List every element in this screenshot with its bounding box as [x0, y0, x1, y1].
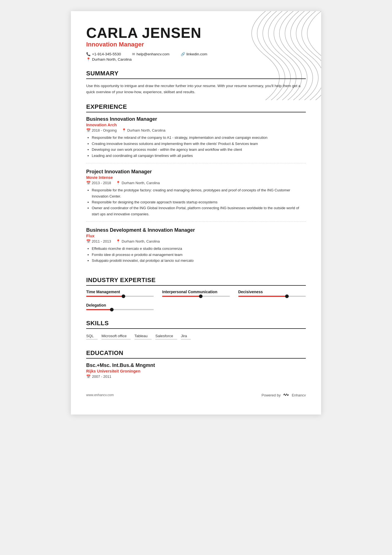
education-section: EDUCATION Bsc.+Msc. Int.Bus.& Mngmnt Rij…	[86, 349, 306, 379]
summary-section: SUMMARY Use this opportunity to intrigue…	[86, 70, 306, 95]
bullet-3-2: Sviluppato prodotti innovativi, dal prot…	[92, 258, 306, 263]
location-contact: 📍 Durham North, Carolina	[86, 57, 132, 61]
summary-text: Use this opportunity to intrigue and dra…	[86, 83, 306, 95]
exp-bullets-3: Effettuato ricerche di mercato e studio …	[86, 246, 306, 263]
exp-dates-2: 📅 2013 - 2018	[86, 181, 111, 185]
exp-bullets-1: Responsible for the rebrand of the compa…	[86, 135, 306, 159]
skill-bar-2	[238, 296, 306, 297]
linkedin-contact: 🔗 linkedin.com	[181, 52, 207, 56]
footer: www.enhancv.com Powered by Enhancv	[86, 393, 306, 398]
candidate-name: CARLA JENSEN	[86, 25, 306, 41]
exp-meta-3: 📅 2011 - 2013 📍 Durham North, Carolina	[86, 239, 306, 243]
skill-tag-2: Tableau	[135, 333, 152, 339]
footer-brand: Powered by Enhancv	[262, 393, 306, 398]
bullet-1-3: Leading and coordinating all campaign ti…	[92, 153, 306, 159]
exp-dates-3: 📅 2011 - 2013	[86, 239, 111, 243]
email-address: help@enhancv.com	[137, 52, 170, 56]
exp-bullets-2: Responsible for the prototype factory: c…	[86, 187, 306, 217]
skill-time-management: Time Management	[86, 290, 154, 298]
edu-school-0: Rijks Universiteit Groningen	[86, 369, 306, 373]
calendar-icon-2: 📅	[86, 181, 91, 185]
skill-tag-3: Salesforce	[155, 333, 177, 339]
calendar-icon-3: 📅	[86, 239, 91, 243]
exp-location-1: 📍 Durham North, Carolina	[122, 128, 165, 132]
skill-delegation: Delegation	[86, 303, 154, 311]
skill-decisiveness: Decisiveness	[238, 290, 306, 298]
skill-label-0: Time Management	[86, 290, 154, 294]
bullet-1-1: Creating innovative business solutions a…	[92, 141, 306, 147]
experience-title: EXPERIENCE	[86, 103, 306, 112]
skill-label-1: Interpersonal Communication	[162, 290, 230, 294]
resume-page: CARLA JENSEN Innovation Manager 📞 +1-914…	[71, 11, 321, 415]
edu-meta-0: 📅 2007 - 2011	[86, 374, 306, 379]
skill-tag-4: Jira	[181, 333, 191, 339]
experience-section: EXPERIENCE Business Innovation Manager I…	[86, 103, 306, 268]
exp-job-title-2: Project Innovation Manager	[86, 169, 306, 175]
education-title: EDUCATION	[86, 349, 306, 359]
summary-title: SUMMARY	[86, 70, 306, 79]
exp-item-1: Business Innovation Manager Innovation A…	[86, 116, 306, 163]
skill-fill-3	[86, 309, 112, 310]
skill-bar-1	[162, 296, 230, 297]
skill-bar-3	[86, 309, 154, 310]
svg-point-1	[288, 394, 289, 395]
phone-icon: 📞	[86, 52, 91, 56]
skill-tag-1: Microsoft office	[101, 333, 131, 339]
bullet-1-0: Responsible for the rebrand of the compa…	[92, 135, 306, 140]
bullet-1-2: Developing our own work process model - …	[92, 147, 306, 152]
skill-fill-0	[86, 296, 123, 297]
svg-point-0	[284, 394, 284, 395]
exp-item-3: Business Development & Innovation Manage…	[86, 227, 306, 268]
location-row: 📍 Durham North, Carolina	[86, 57, 306, 61]
exp-company-1: Innovation Arch	[86, 123, 306, 127]
pin-icon-2: 📍	[116, 181, 120, 185]
skill-dot-0	[121, 294, 125, 298]
skill-dot-3	[110, 308, 114, 311]
expertise-grid: Time Management Interpersonal Communicat…	[86, 290, 306, 311]
exp-meta-2: 📅 2013 - 2018 📍 Durham North, Carolina	[86, 181, 306, 185]
exp-location-3: 📍 Durham North, Carolina	[116, 239, 160, 243]
bullet-2-2: Owner and coordinator of the ING Global …	[92, 205, 306, 217]
skills-title: SKILLS	[86, 320, 306, 329]
pin-icon-1: 📍	[122, 128, 126, 132]
email-contact: ✉ help@enhancv.com	[132, 52, 170, 56]
expertise-section: INDUSTRY EXPERTISE Time Management Inter…	[86, 277, 306, 311]
contact-info: 📞 +1-914-345-5530 ✉ help@enhancv.com 🔗 l…	[86, 52, 306, 56]
skill-label-3: Delegation	[86, 303, 154, 307]
email-icon: ✉	[132, 52, 135, 56]
skill-bar-0	[86, 296, 154, 297]
expertise-title: INDUSTRY EXPERTISE	[86, 277, 306, 286]
calendar-icon-1: 📅	[86, 128, 91, 132]
exp-meta-1: 📅 2018 - Ongoing 📍 Durham North, Carolin…	[86, 128, 306, 132]
phone-number: +1-914-345-5530	[92, 52, 121, 56]
linkedin-url: linkedin.com	[187, 52, 207, 56]
exp-location-2: 📍 Durham North, Carolina	[116, 181, 160, 185]
edu-degree-0: Bsc.+Msc. Int.Bus.& Mngmnt	[86, 362, 306, 368]
skill-fill-1	[162, 296, 201, 297]
skill-dot-2	[285, 294, 289, 298]
skill-dot-1	[199, 294, 203, 298]
linkedin-icon: 🔗	[181, 52, 185, 56]
exp-dates-1: 📅 2018 - Ongoing	[86, 128, 117, 132]
bullet-3-1: Fornito idee di processo e prodotto al m…	[92, 252, 306, 258]
edu-dates-0: 2007 - 2011	[92, 374, 111, 379]
skills-section: SKILLS SQL Microsoft office Tableau Sale…	[86, 320, 306, 341]
skill-tag-0: SQL	[86, 333, 98, 339]
exp-job-title-3: Business Development & Innovation Manage…	[86, 227, 306, 233]
skill-fill-2	[238, 296, 287, 297]
bullet-3-0: Effettuato ricerche di mercato e studio …	[92, 246, 306, 251]
exp-job-title-1: Business Innovation Manager	[86, 116, 306, 122]
location-icon: 📍	[86, 57, 91, 61]
exp-company-3: Flux	[86, 234, 306, 238]
bullet-2-0: Responsible for the prototype factory: c…	[92, 187, 306, 199]
brand-name: Enhancv	[292, 393, 306, 397]
pin-icon-3: 📍	[116, 239, 120, 243]
footer-website: www.enhancv.com	[86, 393, 114, 397]
skills-tags-container: SQL Microsoft office Tableau Salesforce …	[86, 333, 306, 341]
exp-item-2: Project Innovation Manager Movie Intense…	[86, 169, 306, 222]
phone-contact: 📞 +1-914-345-5530	[86, 52, 121, 56]
powered-by-text: Powered by	[262, 393, 281, 397]
skill-label-2: Decisiveness	[238, 290, 306, 294]
bullet-2-1: Responsible for designing the corporate …	[92, 199, 306, 205]
header: CARLA JENSEN Innovation Manager 📞 +1-914…	[86, 25, 306, 61]
